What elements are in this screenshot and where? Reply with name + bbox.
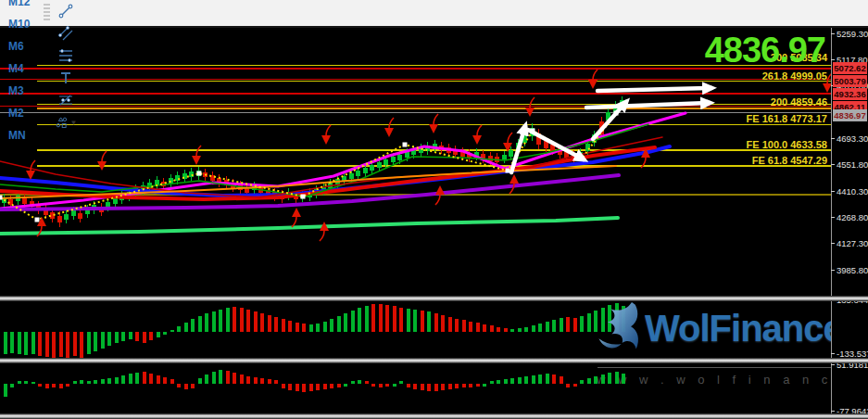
level-line	[37, 108, 831, 109]
indicator1-bar	[31, 332, 35, 354]
tool-fibo-expansion-button[interactable]	[54, 89, 78, 111]
candle	[71, 210, 76, 216]
price-axis-label: 5259.30	[837, 29, 868, 39]
toolbar: 3H6H3H2M20M12M10M6M4M3M2MN ▼	[0, 0, 868, 28]
indicator1-bar	[94, 332, 97, 351]
price-axis-label: 4410.30	[837, 186, 868, 197]
indicator2-bar	[18, 381, 21, 384]
fib-level-label: FE 100.0 4633.58	[747, 139, 827, 150]
indicator1-bar	[490, 325, 494, 332]
watermark-brand: WolFinance	[645, 308, 843, 349]
zigzag-node	[35, 218, 40, 222]
indicator1-bar	[143, 332, 146, 343]
candle	[57, 216, 62, 222]
tool-trendline-button[interactable]	[54, 0, 78, 22]
indicator2-bar	[427, 384, 431, 391]
axis-tick	[831, 364, 835, 365]
candle	[300, 194, 305, 198]
indicator2-bar	[4, 384, 7, 397]
indicator1-bar	[407, 309, 410, 332]
signal-arrow-dn	[472, 125, 482, 145]
indicator1-bar	[365, 306, 369, 332]
candle	[370, 165, 374, 171]
axis-tick	[831, 164, 835, 165]
tool-fibo-retracement-button[interactable]	[54, 44, 78, 67]
indicator2-bar	[476, 384, 480, 387]
fibo-retracement-icon	[57, 47, 74, 64]
level-line	[0, 79, 831, 80]
indicator2-bar	[504, 379, 508, 384]
indicator2-bar	[615, 372, 619, 384]
indicator1-bar	[469, 322, 472, 332]
indicator1-bar	[434, 313, 438, 332]
indicator1-bar	[560, 318, 563, 332]
candle	[356, 171, 360, 176]
timeframe-button-m12[interactable]: M12	[0, 0, 38, 13]
indicator2-bar	[226, 371, 230, 384]
indicator1-bar	[80, 332, 83, 358]
candle	[419, 147, 423, 153]
indicator2-bar	[302, 384, 306, 392]
candle	[266, 190, 270, 196]
indicator2-bar	[212, 372, 216, 384]
indicator2-bar	[407, 384, 410, 387]
panel-separator-3[interactable]	[0, 413, 868, 419]
candle	[155, 180, 159, 185]
indicator1-bar	[441, 315, 445, 332]
panel-separator-1[interactable]	[0, 296, 868, 301]
dropdown-caret-icon[interactable]: ▼	[69, 119, 77, 127]
candle	[384, 159, 388, 165]
timeframe-button-mn[interactable]: MN	[0, 124, 38, 146]
projection-arrows	[511, 88, 711, 172]
indicator1-bar	[260, 313, 264, 332]
candle	[141, 185, 145, 191]
candle	[585, 144, 590, 151]
moving-average-lines	[0, 113, 686, 234]
candle	[217, 178, 221, 184]
candle	[258, 188, 263, 193]
candle	[606, 112, 610, 121]
timeframe-button-m6[interactable]: M6	[0, 35, 38, 57]
level-line	[37, 81, 831, 82]
axis-tick	[831, 191, 835, 192]
level-line	[0, 112, 831, 113]
indicator2-bar	[323, 384, 327, 389]
indicator1-bar	[254, 311, 258, 332]
timeframe-button-m4[interactable]: M4	[0, 57, 38, 80]
candle	[558, 148, 562, 155]
indicator1-bar	[552, 320, 556, 332]
toolbar-grip[interactable]	[44, 4, 50, 22]
candle	[133, 188, 138, 194]
indicator2-bar	[573, 384, 577, 387]
panel-separator-2[interactable]	[0, 358, 868, 363]
level-line	[0, 194, 831, 196]
candle	[530, 128, 535, 136]
indicator1-bar	[483, 324, 486, 332]
indicator1-bar	[323, 322, 327, 332]
candle	[377, 162, 382, 168]
timeframe-button-m2[interactable]: M2	[0, 102, 38, 124]
signal-arrow-dn	[321, 125, 331, 145]
indicator2-bar	[219, 370, 222, 384]
indicator1-bar	[10, 332, 14, 353]
candle	[78, 213, 82, 219]
indicator2-bar	[337, 384, 341, 387]
indicator1-bar	[580, 316, 584, 332]
candle	[30, 201, 34, 207]
candle	[592, 134, 597, 143]
timeframe-button-m3[interactable]: M3	[0, 80, 38, 102]
indicator2-bar	[205, 375, 208, 384]
candle	[314, 189, 319, 195]
indicator2-bar	[309, 384, 313, 391]
tool-channel-button[interactable]	[54, 22, 78, 44]
alert-price-tag: 5003.79	[833, 75, 867, 87]
indicator2-bar	[66, 384, 69, 387]
tool-text-button[interactable]	[54, 67, 78, 89]
candle	[613, 105, 618, 112]
indicator2-bar	[246, 376, 250, 384]
indicator2-bar	[94, 380, 97, 384]
candle	[335, 179, 340, 184]
timeframe-button-m10[interactable]: M10	[0, 13, 38, 35]
indicator2-bar	[538, 375, 542, 384]
tool-shapes-button[interactable]: ▼	[54, 111, 78, 133]
